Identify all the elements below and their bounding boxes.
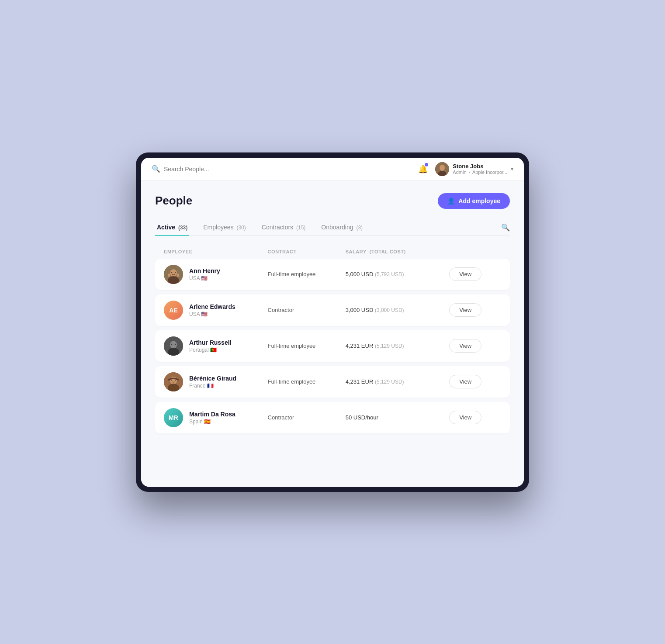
employee-info: Bérénice Giraud France 🇫🇷 bbox=[164, 372, 268, 391]
user-role: Admin • Apple Incorpor... bbox=[453, 170, 507, 175]
view-button[interactable]: View bbox=[449, 267, 481, 281]
salary-block: 4,231 EUR (5,129 USD) bbox=[346, 343, 450, 349]
avatar bbox=[164, 372, 183, 391]
employee-name: Ann Henry bbox=[189, 267, 220, 274]
page-title: People bbox=[155, 194, 192, 208]
chevron-down-icon: ▾ bbox=[511, 166, 513, 172]
page-header: People 👤 Add employee bbox=[155, 193, 510, 209]
salary-block: 3,000 USD (3,000 USD) bbox=[346, 307, 450, 313]
contract-type: Contractor bbox=[268, 414, 346, 421]
col-salary: SALARY (TOTAL COST) bbox=[346, 249, 450, 254]
tab-active-count: (33) bbox=[178, 225, 187, 231]
employee-info: Arthur Russell Portugal 🇵🇹 bbox=[164, 336, 268, 356]
arthur-avatar-illustration bbox=[164, 336, 183, 356]
main-content: People 👤 Add employee Active (33) Employ… bbox=[141, 181, 524, 487]
employee-location: Portugal 🇵🇹 bbox=[189, 347, 231, 353]
salary-block: 5,000 USD (5,793 USD) bbox=[346, 271, 450, 277]
view-button-cell: View bbox=[449, 411, 501, 424]
top-bar-right: 🔔 Stone Jobs bbox=[416, 162, 513, 176]
add-employee-button[interactable]: 👤 Add employee bbox=[438, 193, 510, 209]
svg-rect-8 bbox=[168, 274, 170, 277]
svg-point-4 bbox=[170, 269, 177, 277]
avatar: MR bbox=[164, 408, 183, 427]
view-button-cell: View bbox=[449, 267, 501, 281]
col-actions bbox=[449, 249, 501, 254]
tab-active[interactable]: Active (33) bbox=[155, 219, 189, 236]
tab-onboarding-label: Onboarding bbox=[321, 224, 353, 231]
view-button[interactable]: View bbox=[449, 411, 481, 424]
contract-type: Full-time employee bbox=[268, 271, 346, 277]
avatar: AE bbox=[164, 301, 183, 320]
svg-point-13 bbox=[175, 343, 176, 344]
employee-name-block: Arlene Edwards USA 🇺🇸 bbox=[189, 303, 236, 317]
svg-point-5 bbox=[171, 272, 172, 273]
table-row: AE Arlene Edwards USA 🇺🇸 Contractor 3,00… bbox=[155, 294, 510, 326]
svg-point-1 bbox=[440, 165, 445, 171]
user-menu[interactable]: Stone Jobs Admin • Apple Incorpor... ▾ bbox=[435, 162, 513, 176]
table-header: EMPLOYEE CONTRACT SALARY (TOTAL COST) bbox=[155, 245, 510, 259]
tab-contractors[interactable]: Contractors (15) bbox=[260, 219, 308, 235]
top-bar: 🔍 🔔 bbox=[141, 158, 524, 181]
view-button-cell: View bbox=[449, 303, 501, 317]
tab-employees-count: (30) bbox=[236, 225, 246, 231]
employee-name-block: Bérénice Giraud France 🇫🇷 bbox=[189, 375, 236, 389]
employee-info: MR Martim Da Rosa Spain 🇪🇸 bbox=[164, 408, 268, 427]
ann-avatar-illustration bbox=[164, 265, 183, 284]
contract-type: Full-time employee bbox=[268, 378, 346, 385]
notification-badge bbox=[425, 163, 428, 166]
employee-location: USA 🇺🇸 bbox=[189, 275, 220, 281]
employee-location: USA 🇺🇸 bbox=[189, 311, 236, 317]
table-search-icon[interactable]: 🔍 bbox=[501, 223, 510, 232]
tab-active-label: Active bbox=[157, 224, 175, 231]
view-button[interactable]: View bbox=[449, 375, 481, 388]
svg-point-6 bbox=[175, 272, 176, 273]
notification-button[interactable]: 🔔 bbox=[416, 162, 430, 176]
avatar bbox=[164, 336, 183, 356]
user-name: Stone Jobs bbox=[453, 163, 507, 170]
tab-onboarding[interactable]: Onboarding (3) bbox=[319, 219, 364, 235]
person-plus-icon: 👤 bbox=[447, 197, 455, 204]
search-area: 🔍 bbox=[152, 165, 409, 173]
table-row: Arthur Russell Portugal 🇵🇹 Full-time emp… bbox=[155, 330, 510, 362]
salary-block: 50 USD/hour bbox=[346, 414, 450, 421]
employee-name: Martim Da Rosa bbox=[189, 411, 236, 418]
employee-name-block: Ann Henry USA 🇺🇸 bbox=[189, 267, 220, 281]
svg-point-18 bbox=[175, 379, 176, 380]
svg-point-12 bbox=[171, 343, 172, 344]
employee-info: Ann Henry USA 🇺🇸 bbox=[164, 265, 268, 284]
berenice-avatar-illustration bbox=[164, 372, 183, 391]
svg-rect-9 bbox=[177, 274, 179, 277]
employee-name-block: Arthur Russell Portugal 🇵🇹 bbox=[189, 339, 231, 353]
employee-name: Arlene Edwards bbox=[189, 303, 236, 310]
employee-location: France 🇫🇷 bbox=[189, 383, 236, 389]
search-icon: 🔍 bbox=[152, 165, 160, 173]
view-button[interactable]: View bbox=[449, 339, 481, 353]
tabs-bar: Active (33) Employees (30) Contractors (… bbox=[155, 219, 510, 236]
employee-list: Ann Henry USA 🇺🇸 Full-time employee 5,00… bbox=[155, 259, 510, 433]
tab-contractors-count: (15) bbox=[296, 225, 305, 231]
view-button-cell: View bbox=[449, 375, 501, 388]
tab-employees[interactable]: Employees (30) bbox=[201, 219, 248, 235]
device-frame: 🔍 🔔 bbox=[136, 152, 529, 492]
search-input[interactable] bbox=[164, 166, 251, 173]
tab-onboarding-count: (3) bbox=[356, 225, 363, 231]
employee-location: Spain 🇪🇸 bbox=[189, 419, 236, 425]
screen: 🔍 🔔 bbox=[141, 158, 524, 487]
col-employee: EMPLOYEE bbox=[164, 249, 268, 254]
salary-block: 4,231 EUR (5,129 USD) bbox=[346, 378, 450, 385]
table-row: MR Martim Da Rosa Spain 🇪🇸 Contractor 50… bbox=[155, 402, 510, 433]
avatar bbox=[435, 162, 449, 176]
employee-name-block: Martim Da Rosa Spain 🇪🇸 bbox=[189, 411, 236, 425]
view-button[interactable]: View bbox=[449, 303, 481, 317]
employee-name: Bérénice Giraud bbox=[189, 375, 236, 382]
user-avatar-illustration bbox=[435, 162, 449, 176]
employee-name: Arthur Russell bbox=[189, 339, 231, 346]
svg-point-11 bbox=[170, 341, 177, 349]
tab-employees-label: Employees bbox=[203, 224, 233, 231]
user-text: Stone Jobs Admin • Apple Incorpor... bbox=[453, 163, 507, 175]
avatar bbox=[164, 265, 183, 284]
table-row: Ann Henry USA 🇺🇸 Full-time employee 5,00… bbox=[155, 259, 510, 290]
contract-type: Contractor bbox=[268, 307, 346, 313]
view-button-cell: View bbox=[449, 339, 501, 353]
tab-contractors-label: Contractors bbox=[262, 224, 293, 231]
